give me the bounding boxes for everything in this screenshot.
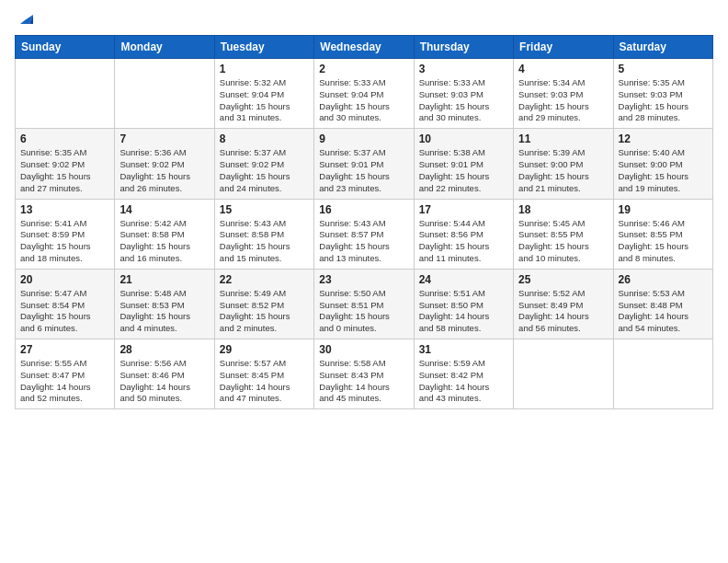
weekday-header-wednesday: Wednesday: [314, 36, 414, 59]
day-info: Sunrise: 5:44 AM Sunset: 8:56 PM Dayligh…: [419, 218, 508, 265]
calendar-week-3: 13Sunrise: 5:41 AM Sunset: 8:59 PM Dayli…: [16, 199, 713, 269]
day-number: 2: [319, 63, 408, 75]
calendar-cell: [115, 59, 214, 129]
weekday-header-friday: Friday: [514, 36, 613, 59]
calendar-cell: 17Sunrise: 5:44 AM Sunset: 8:56 PM Dayli…: [414, 199, 513, 269]
day-info: Sunrise: 5:37 AM Sunset: 9:02 PM Dayligh…: [220, 147, 309, 194]
calendar-cell: 1Sunrise: 5:32 AM Sunset: 9:04 PM Daylig…: [214, 59, 313, 129]
calendar-cell: 15Sunrise: 5:43 AM Sunset: 8:58 PM Dayli…: [214, 199, 313, 269]
day-info: Sunrise: 5:33 AM Sunset: 9:03 PM Dayligh…: [419, 77, 508, 124]
day-info: Sunrise: 5:35 AM Sunset: 9:03 PM Dayligh…: [619, 77, 708, 124]
calendar-cell: 25Sunrise: 5:52 AM Sunset: 8:49 PM Dayli…: [514, 269, 613, 339]
day-info: Sunrise: 5:53 AM Sunset: 8:48 PM Dayligh…: [619, 288, 708, 335]
calendar-cell: 29Sunrise: 5:57 AM Sunset: 8:45 PM Dayli…: [214, 339, 313, 409]
calendar-week-5: 27Sunrise: 5:55 AM Sunset: 8:47 PM Dayli…: [16, 339, 713, 409]
day-number: 15: [220, 203, 309, 216]
calendar-cell: 14Sunrise: 5:42 AM Sunset: 8:58 PM Dayli…: [115, 199, 214, 269]
calendar-cell: 4Sunrise: 5:34 AM Sunset: 9:03 PM Daylig…: [514, 59, 613, 129]
day-info: Sunrise: 5:41 AM Sunset: 8:59 PM Dayligh…: [20, 218, 109, 265]
calendar-cell: 22Sunrise: 5:49 AM Sunset: 8:52 PM Dayli…: [214, 269, 313, 339]
calendar-table: SundayMondayTuesdayWednesdayThursdayFrid…: [15, 35, 713, 409]
day-info: Sunrise: 5:45 AM Sunset: 8:55 PM Dayligh…: [518, 218, 608, 265]
day-number: 8: [220, 132, 309, 145]
day-number: 17: [419, 203, 508, 216]
day-number: 18: [518, 203, 608, 216]
weekday-header-sunday: Sunday: [16, 36, 115, 59]
calendar-cell: 27Sunrise: 5:55 AM Sunset: 8:47 PM Dayli…: [16, 339, 115, 409]
day-info: Sunrise: 5:42 AM Sunset: 8:58 PM Dayligh…: [119, 218, 209, 265]
day-number: 16: [319, 203, 408, 216]
calendar-cell: 6Sunrise: 5:35 AM Sunset: 9:02 PM Daylig…: [16, 129, 115, 199]
day-info: Sunrise: 5:55 AM Sunset: 8:47 PM Dayligh…: [20, 358, 109, 405]
calendar-week-2: 6Sunrise: 5:35 AM Sunset: 9:02 PM Daylig…: [16, 129, 713, 199]
calendar-cell: 10Sunrise: 5:38 AM Sunset: 9:01 PM Dayli…: [414, 129, 513, 199]
weekday-header-tuesday: Tuesday: [214, 36, 313, 59]
day-number: 11: [518, 132, 608, 145]
day-number: 27: [20, 343, 109, 356]
calendar-cell: 5Sunrise: 5:35 AM Sunset: 9:03 PM Daylig…: [613, 59, 712, 129]
page: SundayMondayTuesdayWednesdayThursdayFrid…: [0, 0, 728, 563]
day-number: 10: [419, 132, 508, 145]
day-info: Sunrise: 5:52 AM Sunset: 8:49 PM Dayligh…: [518, 288, 608, 335]
day-number: 14: [119, 203, 209, 216]
day-number: 1: [220, 63, 309, 75]
day-number: 23: [319, 273, 408, 286]
day-number: 30: [319, 343, 408, 356]
day-number: 12: [619, 132, 708, 145]
day-info: Sunrise: 5:40 AM Sunset: 9:00 PM Dayligh…: [619, 147, 708, 194]
calendar-cell: 18Sunrise: 5:45 AM Sunset: 8:55 PM Dayli…: [514, 199, 613, 269]
calendar-cell: [613, 339, 712, 409]
day-info: Sunrise: 5:51 AM Sunset: 8:50 PM Dayligh…: [419, 288, 508, 335]
day-number: 22: [220, 273, 309, 286]
day-info: Sunrise: 5:36 AM Sunset: 9:02 PM Dayligh…: [119, 147, 209, 194]
calendar-cell: 2Sunrise: 5:33 AM Sunset: 9:04 PM Daylig…: [314, 59, 414, 129]
weekday-header-row: SundayMondayTuesdayWednesdayThursdayFrid…: [16, 36, 713, 59]
calendar-cell: [514, 339, 613, 409]
calendar-cell: 3Sunrise: 5:33 AM Sunset: 9:03 PM Daylig…: [414, 59, 513, 129]
calendar-cell: [16, 59, 115, 129]
calendar-cell: 31Sunrise: 5:59 AM Sunset: 8:42 PM Dayli…: [414, 339, 513, 409]
day-info: Sunrise: 5:43 AM Sunset: 8:57 PM Dayligh…: [319, 218, 408, 265]
calendar-cell: 20Sunrise: 5:47 AM Sunset: 8:54 PM Dayli…: [16, 269, 115, 339]
calendar-cell: 13Sunrise: 5:41 AM Sunset: 8:59 PM Dayli…: [16, 199, 115, 269]
weekday-header-monday: Monday: [115, 36, 214, 59]
calendar-cell: 12Sunrise: 5:40 AM Sunset: 9:00 PM Dayli…: [613, 129, 712, 199]
day-number: 6: [20, 132, 109, 145]
day-number: 28: [119, 343, 209, 356]
day-info: Sunrise: 5:34 AM Sunset: 9:03 PM Dayligh…: [518, 77, 608, 124]
day-number: 4: [518, 63, 608, 75]
logo-icon: [17, 11, 33, 28]
calendar-cell: 9Sunrise: 5:37 AM Sunset: 9:01 PM Daylig…: [314, 129, 414, 199]
day-info: Sunrise: 5:59 AM Sunset: 8:42 PM Dayligh…: [419, 358, 508, 405]
day-info: Sunrise: 5:49 AM Sunset: 8:52 PM Dayligh…: [220, 288, 309, 335]
day-info: Sunrise: 5:37 AM Sunset: 9:01 PM Dayligh…: [319, 147, 408, 194]
calendar-cell: 30Sunrise: 5:58 AM Sunset: 8:43 PM Dayli…: [314, 339, 414, 409]
day-info: Sunrise: 5:56 AM Sunset: 8:46 PM Dayligh…: [119, 358, 209, 405]
weekday-header-saturday: Saturday: [613, 36, 712, 59]
calendar-week-4: 20Sunrise: 5:47 AM Sunset: 8:54 PM Dayli…: [16, 269, 713, 339]
calendar-cell: 28Sunrise: 5:56 AM Sunset: 8:46 PM Dayli…: [115, 339, 214, 409]
day-number: 9: [319, 132, 408, 145]
logo: [15, 13, 33, 28]
day-info: Sunrise: 5:35 AM Sunset: 9:02 PM Dayligh…: [20, 147, 109, 194]
day-info: Sunrise: 5:50 AM Sunset: 8:51 PM Dayligh…: [319, 288, 408, 335]
day-info: Sunrise: 5:32 AM Sunset: 9:04 PM Dayligh…: [220, 77, 309, 124]
calendar-cell: 24Sunrise: 5:51 AM Sunset: 8:50 PM Dayli…: [414, 269, 513, 339]
day-number: 3: [419, 63, 508, 75]
calendar-cell: 11Sunrise: 5:39 AM Sunset: 9:00 PM Dayli…: [514, 129, 613, 199]
day-info: Sunrise: 5:48 AM Sunset: 8:53 PM Dayligh…: [119, 288, 209, 335]
day-number: 7: [119, 132, 209, 145]
logo-block: [15, 13, 33, 28]
calendar-cell: 26Sunrise: 5:53 AM Sunset: 8:48 PM Dayli…: [613, 269, 712, 339]
day-info: Sunrise: 5:58 AM Sunset: 8:43 PM Dayligh…: [319, 358, 408, 405]
day-info: Sunrise: 5:43 AM Sunset: 8:58 PM Dayligh…: [220, 218, 309, 265]
day-info: Sunrise: 5:47 AM Sunset: 8:54 PM Dayligh…: [20, 288, 109, 335]
day-number: 26: [619, 273, 708, 286]
day-number: 29: [220, 343, 309, 356]
header: [15, 9, 713, 28]
day-number: 5: [619, 63, 708, 75]
day-info: Sunrise: 5:46 AM Sunset: 8:55 PM Dayligh…: [619, 218, 708, 265]
calendar-week-1: 1Sunrise: 5:32 AM Sunset: 9:04 PM Daylig…: [16, 59, 713, 129]
day-number: 20: [20, 273, 109, 286]
day-number: 24: [419, 273, 508, 286]
